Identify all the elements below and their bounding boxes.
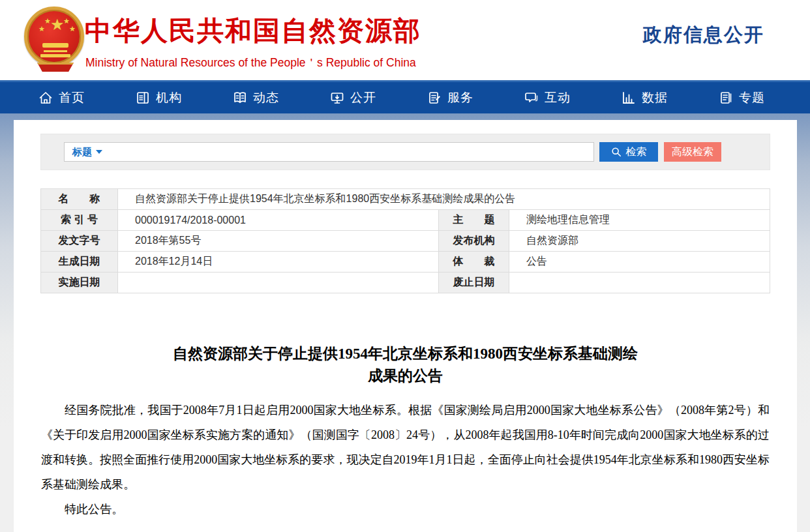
emblem-star-icon: ★ [50,16,65,34]
nav-item-disclosure[interactable]: 公开 [305,82,402,113]
search-field-type-dropdown[interactable]: 标题 [72,146,102,158]
chat-bubble-icon [524,91,539,105]
meta-value-issuing-agency: 自然资源部 [509,231,770,252]
meta-label-creation-date: 生成日期 [41,252,118,273]
organization-icon [136,91,150,105]
meta-value-doc-number: 2018年第55号 [118,231,439,252]
open-book-icon [233,91,247,105]
search-button[interactable]: 检索 [599,142,658,162]
advanced-search-button[interactable]: 高级检索 [664,142,721,162]
emblem-star-icon: ★ [44,17,51,25]
bar-chart-icon [622,91,636,105]
table-row: 生成日期 2018年12月14日 体 裁 公告 [41,252,770,273]
monitor-disclosure-icon [330,91,344,105]
meta-label-genre: 体 裁 [439,252,509,273]
meta-value-index-number: 000019174/2018-00001 [118,210,439,231]
emblem-star-icon: ★ [38,25,45,33]
article-paragraph: 经国务院批准，我国于2008年7月1日起启用2000国家大地坐标系。根据《国家测… [41,398,770,497]
table-row: 实施日期 废止日期 [41,273,770,293]
article-paragraph: 特此公告。 [41,497,770,522]
nav-item-topics[interactable]: 专题 [693,82,790,113]
article-body: 经国务院批准，我国于2008年7月1日起启用2000国家大地坐标系。根据《国家测… [41,398,770,522]
meta-label-index-number: 索 引 号 [41,210,118,231]
emblem-ribbon-icon [37,63,74,72]
national-emblem-logo: ★ ★ ★ ★ ★ [23,5,88,76]
emblem-star-icon: ★ [69,25,76,33]
site-subtitle: Ministry of Natural Resources of the Peo… [85,55,416,70]
article-title: 自然资源部关于停止提供1954年北京坐标系和1980西安坐标系基础测绘 成果的公… [41,343,770,387]
search-button-label: 检索 [626,145,647,159]
nav-item-organization[interactable]: 机构 [110,82,207,113]
meta-value-creation-date: 2018年12月14日 [118,252,439,273]
nav-label: 数据 [642,89,668,106]
nav-label: 服务 [447,89,473,106]
search-icon [611,147,622,157]
meta-label-name: 名 称 [41,189,118,210]
meta-label-doc-number: 发文字号 [41,231,118,252]
search-bar: 标题 检索 高级检索 [40,134,770,170]
nav-item-news[interactable]: 动态 [207,82,305,113]
nav-item-data[interactable]: 数据 [596,82,693,113]
meta-label-issuing-agency: 发布机构 [439,231,509,252]
search-field-type-label: 标题 [72,146,92,158]
table-row: 名 称 自然资源部关于停止提供1954年北京坐标系和1980西安坐标系基础测绘成… [41,189,770,210]
main-nav: 首页 机构 动态 公开 服务 互动 数据 专题 [0,80,810,113]
nav-label: 首页 [59,89,85,106]
advanced-search-label: 高级检索 [672,145,713,159]
nav-item-home[interactable]: 首页 [13,82,110,113]
nav-label: 动态 [253,89,279,106]
meta-value-repeal-date [509,273,770,293]
table-row: 索 引 号 000019174/2018-00001 主 题 测绘地理信息管理 [41,210,770,231]
nav-label: 机构 [156,89,182,106]
caret-down-icon [96,150,102,154]
meta-value-effective-date [118,273,439,293]
search-field[interactable]: 标题 [64,142,594,162]
home-icon [38,91,53,105]
search-input[interactable] [109,147,586,157]
announcement-article: 自然资源部关于停止提供1954年北京坐标系和1980西安坐标系基础测绘 成果的公… [14,343,797,532]
nav-label: 公开 [350,89,376,106]
nav-item-interaction[interactable]: 互动 [499,82,596,113]
content-panel: 标题 检索 高级检索 名 称 自然资源部关于停止提供1954年北京坐标系和198… [14,120,797,532]
article-title-line2: 成果的公告 [41,365,770,387]
nav-label: 专题 [739,89,765,106]
meta-value-genre: 公告 [509,252,770,273]
document-pencil-icon [427,91,442,105]
journal-icon [719,91,733,105]
meta-value-name: 自然资源部关于停止提供1954年北京坐标系和1980西安坐标系基础测绘成果的公告 [118,189,770,210]
document-meta-table: 名 称 自然资源部关于停止提供1954年北京坐标系和1980西安坐标系基础测绘成… [40,188,770,293]
meta-label-subject: 主 题 [439,210,509,231]
page: ★ ★ ★ ★ ★ 中华人民共和国自然资源部 Ministry of Natur… [0,0,810,532]
table-row: 发文字号 2018年第55号 发布机构 自然资源部 [41,231,770,252]
article-title-line1: 自然资源部关于停止提供1954年北京坐标系和1980西安坐标系基础测绘 [41,343,770,365]
emblem-gate-icon [42,43,68,48]
nav-item-services[interactable]: 服务 [402,82,499,113]
meta-value-subject: 测绘地理信息管理 [509,210,770,231]
page-title: 政府信息公开 [643,22,764,48]
meta-label-effective-date: 实施日期 [41,273,118,293]
site-header: ★ ★ ★ ★ ★ 中华人民共和国自然资源部 Ministry of Natur… [0,0,810,80]
meta-label-repeal-date: 废止日期 [439,273,509,293]
nav-label: 互动 [545,89,571,106]
site-title: 中华人民共和国自然资源部 [85,13,421,49]
